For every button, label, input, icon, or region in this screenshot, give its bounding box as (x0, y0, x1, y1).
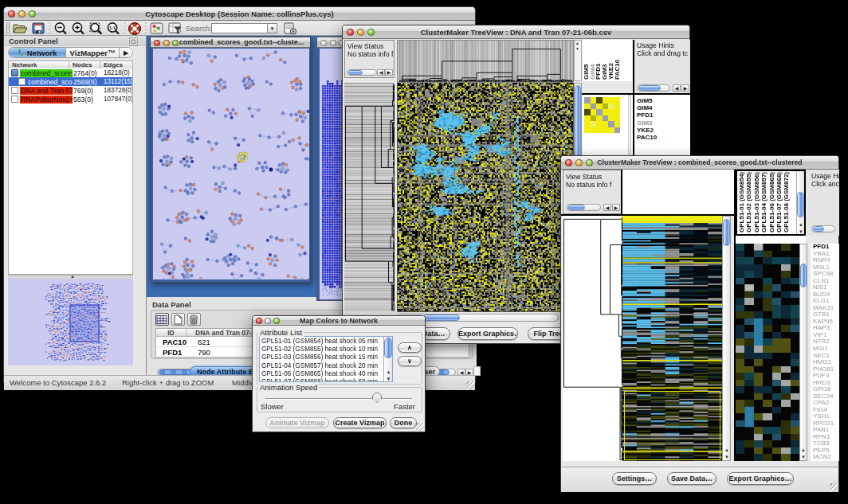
scroll-down-icon[interactable]: ▼ (387, 377, 391, 381)
tv2-status-hscroll-thumb[interactable] (567, 205, 585, 210)
search-input[interactable] (211, 23, 268, 33)
attribute-list-vscroll-thumb[interactable] (384, 338, 392, 358)
minimize-button[interactable] (330, 40, 336, 46)
scroll-down-icon[interactable]: ▼ (799, 229, 803, 234)
tv1-hints-hscrollbar[interactable] (637, 84, 670, 92)
tv1-status-hscroll-thumb[interactable] (348, 70, 363, 75)
attribute-list-vscroll[interactable]: ▲ ▼ (383, 337, 392, 381)
attr-row-name[interactable]: PFD1 (156, 347, 186, 357)
attribute-list-item[interactable]: GPL51-07 (GSM868) heat shock 60 min (261, 378, 385, 382)
dialog-resize-grip[interactable] (416, 423, 424, 431)
tv2-zoom-vscroll-thumb[interactable] (800, 264, 807, 287)
network-table-column[interactable]: Nodes (69, 61, 100, 68)
minimize-button[interactable] (265, 318, 271, 324)
vizmapper-icon[interactable] (149, 21, 164, 36)
scroll-right-button[interactable]: ▶ (385, 69, 393, 76)
treeview2-title-bar[interactable]: ClusterMaker TreeView : combined_scores_… (561, 156, 838, 170)
scroll-down-icon[interactable]: ▼ (724, 455, 729, 459)
zoom-selected-icon[interactable] (88, 21, 104, 36)
settings-button[interactable]: Settings… (612, 472, 657, 485)
tv2-collabels-vscroll-thumb[interactable] (797, 192, 804, 217)
tv1-status-hscrollbar[interactable] (347, 69, 377, 76)
attribute-list-item[interactable]: GPL51-01 (GSM854) heat shock 05 min (261, 338, 385, 346)
tv1-row-dendrogram[interactable] (344, 83, 395, 311)
network-table-column[interactable]: Network (9, 61, 69, 68)
zoom-button[interactable] (172, 40, 179, 46)
network1-title-bar[interactable]: combined_scores_good.txt--cluste... (151, 37, 310, 48)
tv2-hints-hscroll-thumb[interactable] (813, 226, 824, 232)
zoom-button[interactable] (586, 159, 593, 166)
tv2-zoom-vscrollbar[interactable]: ▲ ▼ (799, 244, 807, 461)
tv2-vscrollbar[interactable]: ▲ ▼ (722, 216, 731, 461)
zoom-in-icon[interactable] (71, 21, 86, 36)
animate-vizmap-button[interactable]: Animate Vizmap (265, 417, 329, 428)
delete-attribute-button[interactable] (187, 313, 201, 326)
export-graphics-button[interactable]: Export Graphics… (727, 472, 794, 485)
main-resize-grip[interactable] (466, 381, 474, 389)
zoom-out-icon[interactable] (53, 21, 69, 36)
create-attribute-button[interactable] (171, 313, 185, 326)
attribute-list-item[interactable]: GPL51-02 (GSM855) heat shock 10 min (261, 346, 385, 354)
minimize-button[interactable] (575, 159, 583, 166)
toolbar-grip[interactable] (6, 22, 10, 34)
scroll-down-icon[interactable]: ▼ (801, 455, 806, 459)
attribute-list[interactable]: GPL51-01 (GSM854) heat shock 05 minGPL51… (259, 336, 393, 382)
attribute-batch-icon[interactable] (283, 21, 297, 36)
minimize-button[interactable] (18, 10, 26, 18)
tv2-status-hscrollbar[interactable] (566, 204, 601, 211)
close-button[interactable] (565, 159, 572, 166)
scroll-left-button[interactable]: ◀ (673, 84, 681, 92)
float-panel-icon[interactable] (128, 37, 139, 47)
network-table-row[interactable]: combined_scores2764(0)16218(0) (9, 68, 132, 77)
save-data-button[interactable]: Save Data… (667, 472, 716, 485)
network-table-row[interactable]: combined_sco2569(6)13112(15) (9, 77, 132, 86)
create-vizmap-button[interactable]: Create Vizmap (333, 417, 387, 428)
network-table-row[interactable]: RNAPuberNov2+563(0)107847(0) (9, 95, 132, 104)
zoom-button[interactable] (29, 10, 36, 18)
move-down-button[interactable]: ∨ (398, 356, 422, 366)
tv2-row-dendrogram[interactable] (563, 216, 622, 461)
help-ring-icon[interactable] (128, 21, 142, 36)
tab-overflow-button[interactable]: ▶ (119, 48, 132, 57)
network-overview-panel[interactable] (8, 279, 133, 365)
search-dropdown-button[interactable]: ▼ (268, 23, 277, 33)
tv2-vscroll-thumb[interactable] (723, 219, 730, 246)
scroll-right-button[interactable]: ▶ (612, 204, 620, 211)
network-table-column[interactable]: Edges (100, 61, 132, 68)
select-attributes-button[interactable] (155, 313, 169, 326)
dialog-title-bar[interactable]: Map Colors to Network (253, 316, 425, 326)
tv1-zoom-heatmap[interactable] (584, 97, 620, 133)
done-button[interactable]: Done (390, 417, 417, 428)
close-button[interactable] (347, 29, 354, 36)
scroll-up-icon[interactable]: ▲ (801, 447, 806, 452)
tv2-resize-grip[interactable] (830, 483, 838, 491)
attr-row-name[interactable]: PAC10 (156, 337, 186, 346)
export-graphics-button[interactable]: Export Graphics… (457, 327, 518, 340)
minimize-button[interactable] (357, 29, 364, 36)
move-up-button[interactable]: ∧ (398, 342, 422, 353)
close-button[interactable] (154, 40, 160, 46)
tab-vizmapper[interactable]: VizMapper™ (66, 48, 119, 57)
network-table-row[interactable]: DNA and Tran 07769(0)183728(0) (9, 86, 132, 95)
tv2-zoom-heatmap[interactable] (736, 244, 799, 461)
scroll-up-icon[interactable]: ▲ (724, 447, 729, 452)
zoom-button[interactable] (367, 29, 375, 36)
zoom-actual-size-icon[interactable]: 1:1 (106, 21, 121, 36)
scroll-right-button[interactable]: ▶ (681, 84, 689, 92)
tv2-collabels-vscroll[interactable]: ▲ ▼ (796, 171, 804, 234)
close-button[interactable] (8, 10, 15, 18)
scroll-down-icon[interactable]: ▼ (575, 46, 579, 51)
attribute-list-item[interactable]: GPL51-04 (GSM857) heat shock 20 min (261, 362, 385, 370)
tab-network[interactable]: Network (9, 48, 66, 57)
tv1-label-scroll-strip[interactable]: ▲ ▼ (574, 40, 582, 81)
scroll-up-icon[interactable]: ▲ (799, 222, 803, 227)
open-file-icon[interactable] (12, 21, 28, 35)
zoom-button[interactable] (273, 318, 280, 324)
tv2-hints-hscrollbar[interactable] (811, 225, 835, 232)
attr-col-id[interactable]: ID (156, 329, 186, 336)
scroll-left-button[interactable]: ◀ (603, 204, 611, 211)
filters-icon[interactable] (167, 21, 183, 36)
attribute-list-item[interactable]: GPL51-03 (GSM856) heat shock 15 min (261, 354, 385, 361)
network1-canvas[interactable] (153, 49, 309, 279)
close-button[interactable] (256, 318, 262, 324)
